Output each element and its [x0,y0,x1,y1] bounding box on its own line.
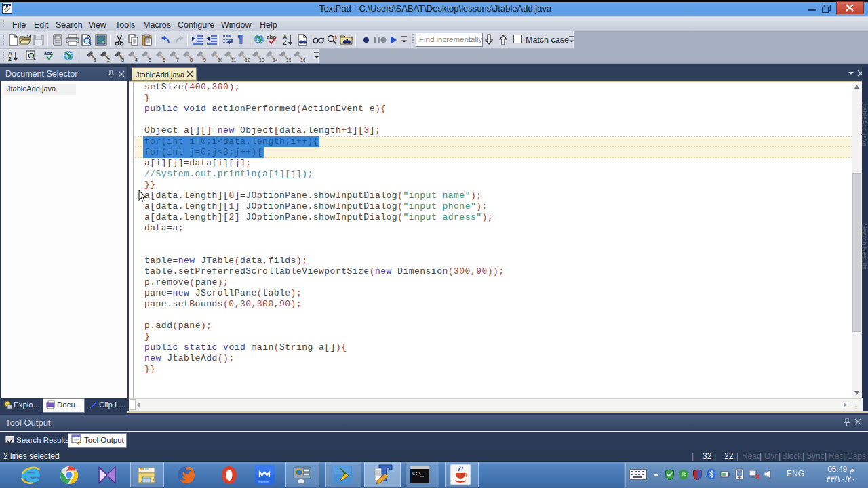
svg-text:6: 6 [163,58,165,62]
svg-text:3: 3 [121,58,124,62]
svg-text:12: 12 [245,58,250,62]
svg-text:C:\: C:\ [412,471,421,476]
svg-text:4: 4 [135,58,138,62]
svg-text:9: 9 [203,58,206,62]
svg-text:14: 14 [273,58,277,62]
svg-text:1: 1 [94,58,96,62]
svg-text:maxthon: maxthon [258,480,269,483]
svg-text:5: 5 [149,58,151,62]
svg-text:abc: abc [44,51,52,56]
svg-text:Z: Z [283,39,287,45]
svg-text:8: 8 [190,58,193,62]
svg-text:7: 7 [176,58,179,62]
svg-text:2: 2 [107,58,110,62]
svg-text:15: 15 [286,58,291,62]
svg-text:16: 16 [300,58,305,62]
svg-text:2: 2 [8,56,12,61]
svg-text:10: 10 [218,58,222,62]
svg-text:11: 11 [231,58,236,62]
svg-text:13: 13 [259,58,264,62]
